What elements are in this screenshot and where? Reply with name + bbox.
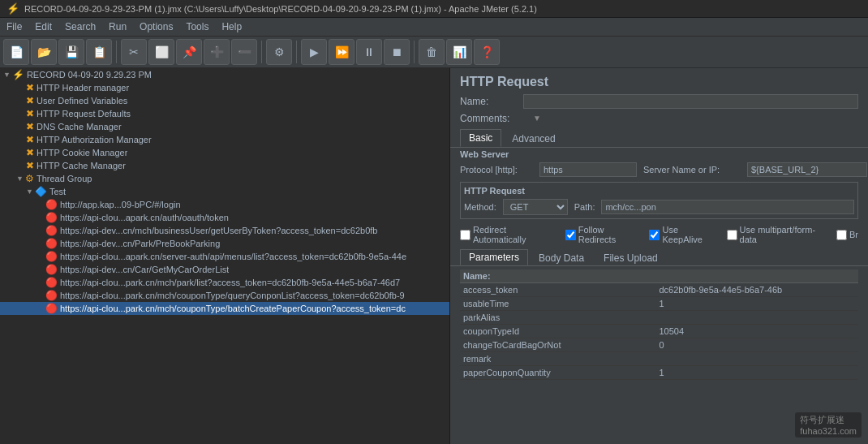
menu-bar: FileEditSearchRunOptionsToolsHelp: [0, 18, 868, 37]
tree-icon-2: ✖: [26, 108, 34, 119]
method-path-row: Method: GETPOSTPUTDELETEHEADOPTIONSPATCH…: [464, 199, 854, 215]
tree-item-13[interactable]: 🔴https://api-clou...apark.cn/server-auth…: [0, 250, 449, 263]
toolbar-open-button[interactable]: 📂: [31, 39, 57, 65]
menu-item-search[interactable]: Search: [58, 19, 102, 34]
tree-icon-1: ✖: [26, 95, 34, 106]
comments-label: Comments:: [460, 113, 517, 124]
toolbar-pause-button[interactable]: ⏸: [356, 39, 382, 65]
method-label: Method:: [464, 202, 496, 212]
param-value-0: dc62b0fb-9e5a-44e5-b6a7-46b: [660, 285, 856, 295]
watermark-text: 符号扩展迷: [800, 415, 844, 425]
checkbox-0[interactable]: Redirect Automatically: [460, 225, 556, 244]
method-select[interactable]: GETPOSTPUTDELETEHEADOPTIONSPATCH: [503, 199, 568, 215]
tree-item-12[interactable]: 🔴https://api-dev...cn/Park/PreBookParkin…: [0, 237, 449, 250]
tree-icon-11: 🔴: [45, 225, 58, 236]
tree-item-11[interactable]: 🔴https://api-dev...cn/mch/businessUser/g…: [0, 224, 449, 237]
sub-tab-parameters[interactable]: Parameters: [460, 249, 528, 265]
sub-tab-body-data[interactable]: Body Data: [530, 250, 593, 265]
tab-advanced[interactable]: Advanced: [503, 130, 564, 147]
web-server-section: Web Server: [450, 148, 868, 161]
checkbox-input-0[interactable]: [460, 230, 471, 240]
toolbar-save-button[interactable]: 💾: [58, 39, 84, 65]
watermark-url: fuhao321.com: [800, 426, 857, 436]
toolbar-help-button[interactable]: ❓: [474, 39, 500, 65]
toolbar-stop-button[interactable]: ⏹: [384, 39, 410, 65]
tree-icon-4: ✖: [26, 134, 34, 145]
server-input[interactable]: [747, 162, 867, 177]
toolbar-clear-button[interactable]: 🗑: [419, 39, 445, 65]
comments-expand[interactable]: ▼: [523, 112, 551, 124]
checkbox-4[interactable]: Br: [836, 230, 858, 240]
checkbox-2[interactable]: Use KeepAlive: [649, 225, 716, 244]
protocol-input[interactable]: [539, 162, 637, 177]
tree-label-6: HTTP Cache Manager: [37, 161, 126, 170]
tree-item-8[interactable]: ▼🔷Test: [0, 185, 449, 198]
checkbox-label-3: Use multipart/form-data: [740, 225, 827, 244]
table-row: remark: [460, 352, 858, 366]
menu-item-run[interactable]: Run: [102, 19, 133, 34]
path-input[interactable]: [601, 200, 854, 214]
menu-item-options[interactable]: Options: [133, 19, 179, 34]
tree-item-5[interactable]: ✖HTTP Cookie Manager: [0, 146, 449, 159]
menu-item-file[interactable]: File: [0, 19, 28, 34]
watermark: 符号扩展迷 fuhao321.com: [795, 412, 862, 438]
toolbar-play-node-button[interactable]: ⏩: [329, 39, 355, 65]
toolbar-toggle-button[interactable]: ⚙: [266, 39, 292, 65]
tree-label-7: Thread Group: [37, 174, 92, 183]
checkbox-input-3[interactable]: [727, 230, 737, 240]
toolbar-new-button[interactable]: 📄: [3, 39, 29, 65]
root-expand-arrow: ▼: [3, 71, 11, 79]
tree-item-9[interactable]: 🔴http://app.kap...09-bPC/#/login: [0, 198, 449, 211]
tree-item-10[interactable]: 🔴https://api-clou...apark.cn/auth/oauth/…: [0, 211, 449, 224]
tree-item-2[interactable]: ✖HTTP Request Defaults: [0, 107, 449, 120]
root-label: RECORD 04-09-20 9.29.23 PM: [27, 70, 152, 80]
panel-title: HTTP Request: [450, 68, 868, 93]
tree-item-4[interactable]: ✖HTTP Authorization Manager: [0, 133, 449, 146]
tree-icon-3: ✖: [26, 121, 34, 132]
checkbox-1[interactable]: Follow Redirects: [565, 225, 640, 244]
tree-item-6[interactable]: ✖HTTP Cache Manager: [0, 159, 449, 172]
main-layout: ▼⚡RECORD 04-09-20 9.29.23 PM✖HTTP Header…: [0, 68, 868, 444]
toolbar-copy-button[interactable]: ⬜: [148, 39, 174, 65]
toolbar-paste-button[interactable]: 📌: [176, 39, 202, 65]
param-value-5: [660, 354, 856, 364]
param-value-4: 0: [660, 340, 856, 350]
checkbox-input-1[interactable]: [565, 230, 576, 240]
param-name-3: couponTypeId: [463, 326, 660, 336]
name-input[interactable]: [523, 94, 858, 109]
toolbar-play-button[interactable]: ▶: [301, 39, 327, 65]
tree-item-17[interactable]: 🔴https://api-clou...park.cn/mch/couponTy…: [0, 302, 449, 315]
tree-root[interactable]: ▼⚡RECORD 04-09-20 9.29.23 PM: [0, 68, 449, 81]
menu-item-tools[interactable]: Tools: [179, 19, 215, 34]
tb-separator-4: [116, 41, 117, 63]
tree-item-15[interactable]: 🔴https://api-clou...park.cn/mch/park/lis…: [0, 276, 449, 289]
checkbox-input-2[interactable]: [649, 230, 660, 240]
table-row: paperCouponQuantity1: [460, 366, 858, 380]
table-row: couponTypeId10504: [460, 325, 858, 338]
sub-tab-files-upload[interactable]: Files Upload: [595, 250, 667, 265]
table-row: changeToCardBagOrNot0: [460, 338, 858, 352]
tree-item-16[interactable]: 🔴https://api-clou...park.cn/mch/couponTy…: [0, 289, 449, 302]
title-bar: ⚡ RECORD-04-09-20-9-29-23-PM (1).jmx (C:…: [0, 0, 868, 18]
checkbox-3[interactable]: Use multipart/form-data: [727, 225, 827, 244]
tree-item-7[interactable]: ▼⚙Thread Group: [0, 172, 449, 185]
tree-icon-10: 🔴: [45, 212, 58, 223]
tree-item-14[interactable]: 🔴https://api-dev...cn/Car/GetMyCarOrderL…: [0, 263, 449, 276]
menu-item-edit[interactable]: Edit: [28, 19, 58, 34]
toolbar-cut-button[interactable]: ✂: [121, 39, 147, 65]
menu-item-help[interactable]: Help: [215, 19, 248, 34]
tree-icon-17: 🔴: [45, 303, 58, 314]
tree-label-11: https://api-dev...cn/mch/businessUser/ge…: [60, 226, 377, 235]
root-icon: ⚡: [12, 69, 24, 80]
toolbar-report-button[interactable]: 📊: [446, 39, 472, 65]
checkbox-input-4[interactable]: [836, 230, 847, 240]
tab-basic[interactable]: Basic: [460, 129, 501, 147]
tree-label-17: https://api-clou...park.cn/mch/couponTyp…: [60, 304, 406, 313]
toolbar-collapse-all-button[interactable]: ➖: [231, 39, 257, 65]
tree-item-3[interactable]: ✖DNS Cache Manager: [0, 120, 449, 133]
tree-item-1[interactable]: ✖User Defined Variables: [0, 94, 449, 107]
toolbar-expand-all-button[interactable]: ➕: [204, 39, 230, 65]
tree-item-0[interactable]: ✖HTTP Header manager: [0, 81, 449, 94]
tree-label-14: https://api-dev...cn/Car/GetMyCarOrderLi…: [60, 265, 229, 274]
toolbar-save-as-button[interactable]: 📋: [86, 39, 112, 65]
